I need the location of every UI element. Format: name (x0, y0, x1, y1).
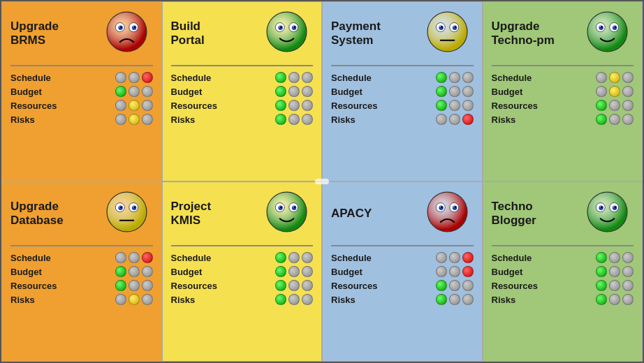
metric-label: Schedule (10, 253, 59, 263)
light-gray (622, 266, 634, 277)
svg-point-18 (427, 12, 467, 52)
light-gray (449, 280, 460, 291)
traffic-lights (436, 114, 474, 125)
light-gray (449, 114, 460, 125)
light-gray (302, 252, 313, 263)
light-gray (449, 252, 460, 263)
svg-point-45 (133, 206, 134, 207)
metrics-list: Schedule Budget Resources Risks (171, 252, 314, 305)
metric-label: Budget (10, 267, 59, 277)
metric-row: Resources (331, 280, 474, 291)
light-gray (622, 294, 634, 305)
divider (10, 245, 153, 246)
svg-point-25 (439, 26, 441, 27)
metric-row: Resources (492, 280, 634, 291)
light-gray (462, 72, 474, 83)
light-gray (115, 72, 126, 83)
metric-label: Schedule (331, 73, 380, 83)
light-green (596, 294, 607, 305)
traffic-lights (115, 72, 153, 83)
face-sad (104, 9, 153, 58)
light-gray (288, 72, 300, 83)
svg-point-24 (454, 27, 455, 28)
light-gray (462, 280, 474, 291)
metric-row: Risks (492, 114, 634, 125)
svg-point-53 (294, 207, 295, 208)
metric-label: Risks (10, 295, 59, 305)
light-green (436, 100, 447, 111)
traffic-lights (115, 86, 153, 97)
light-gray (449, 266, 460, 277)
svg-point-28 (587, 12, 627, 52)
card-upgrade-techno-pm: UpgradeTechno-pm Schedule Budge (483, 1, 643, 182)
card-header: APACY (331, 189, 474, 238)
light-green (275, 114, 286, 125)
light-gray (622, 100, 634, 111)
card-title: UpgradeTechno-pm (492, 20, 555, 48)
light-green (596, 114, 607, 125)
light-gray (449, 294, 460, 305)
metric-label: Schedule (171, 73, 220, 83)
metric-row: Budget (331, 266, 474, 277)
face-happy (264, 189, 313, 238)
light-gray (129, 86, 140, 97)
traffic-lights (275, 72, 313, 83)
light-yellow (609, 72, 620, 83)
light-yellow (129, 100, 140, 111)
light-gray (302, 72, 313, 83)
svg-point-52 (280, 207, 281, 208)
svg-point-7 (119, 26, 120, 27)
svg-point-15 (294, 27, 295, 28)
light-gray (302, 86, 313, 97)
svg-point-63 (439, 206, 441, 207)
svg-point-34 (615, 27, 616, 28)
metric-row: Resources (492, 100, 634, 111)
svg-point-5 (120, 27, 122, 28)
card-title: ProjectKMIS (171, 200, 212, 228)
svg-point-26 (453, 26, 455, 27)
light-green (596, 100, 607, 111)
light-gray (129, 280, 140, 291)
light-green (275, 252, 286, 263)
light-gray (115, 114, 126, 125)
traffic-lights (596, 100, 634, 111)
light-gray (609, 294, 620, 305)
card-build-portal: BuildPortal Schedule Budget (162, 1, 323, 182)
divider (492, 65, 634, 66)
traffic-lights (275, 280, 313, 291)
light-yellow (609, 86, 620, 97)
metric-row: Risks (171, 294, 314, 305)
metric-row: Risks (331, 294, 474, 305)
svg-point-33 (601, 27, 602, 28)
project-grid: UpgradeBRMS Schedule Budget (0, 0, 644, 363)
metrics-list: Schedule Budget Resources Risks (10, 72, 153, 125)
svg-point-55 (293, 206, 294, 207)
svg-point-54 (279, 206, 281, 207)
metric-row: Resources (10, 280, 153, 291)
face-happy (264, 9, 313, 58)
svg-point-6 (133, 27, 135, 28)
light-gray (609, 280, 620, 291)
metric-label: Budget (492, 87, 541, 97)
light-green (115, 280, 126, 291)
light-gray (302, 294, 313, 305)
divider (10, 65, 153, 66)
traffic-lights (596, 280, 634, 291)
metric-label: Schedule (492, 253, 541, 263)
light-gray (622, 280, 634, 291)
traffic-lights (436, 100, 474, 111)
card-header: UpgradeDatabase (10, 189, 153, 238)
metric-label: Resources (171, 281, 220, 291)
metric-row: Schedule (10, 252, 153, 263)
metric-label: Risks (171, 114, 220, 125)
traffic-lights (275, 294, 313, 305)
card-upgrade-database: UpgradeDatabase Schedule Budget (1, 182, 162, 362)
card-techno-blogger: TechnoBlogger Schedule Budget (483, 182, 643, 362)
light-gray (115, 294, 126, 305)
light-red (142, 252, 153, 263)
metric-row: Schedule (492, 252, 634, 263)
card-title: TechnoBlogger (492, 200, 536, 228)
svg-point-71 (615, 207, 616, 208)
light-gray (622, 72, 634, 83)
traffic-lights (436, 252, 474, 263)
